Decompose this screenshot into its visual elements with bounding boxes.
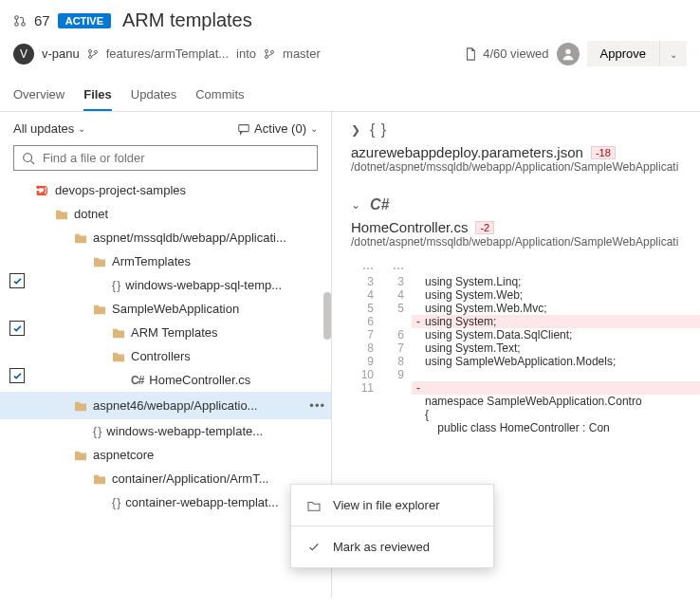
more-button[interactable]: ••• [304, 397, 331, 415]
status-badge: ACTIVE [58, 13, 111, 28]
file-name: HomeController.cs [351, 219, 468, 235]
tree-label: dotnet [74, 207, 108, 221]
svg-point-1 [15, 22, 19, 26]
menu-label: View in file explorer [333, 498, 439, 512]
user-icon[interactable] [557, 43, 580, 65]
tree-file[interactable]: { } windows-webapp-template... [0, 419, 331, 443]
approve-button[interactable]: Approve [587, 41, 659, 66]
search-box[interactable] [13, 145, 318, 171]
folder-icon [112, 351, 125, 362]
braces-icon: { } [112, 279, 120, 292]
tree-folder[interactable]: aspnet/mssqldb/webapp/Applicati... [0, 226, 331, 249]
source-branch[interactable]: features/armTemplat... [106, 46, 229, 61]
tab-overview[interactable]: Overview [13, 80, 64, 111]
avatar: V [13, 44, 34, 65]
tab-updates[interactable]: Updates [131, 80, 176, 111]
diff-badge: -2 [475, 221, 494, 234]
tree-folder[interactable]: SampleWebApplication [0, 297, 331, 321]
folder-icon [74, 450, 87, 461]
folder-icon [55, 209, 68, 220]
context-menu: View in file explorer Mark as reviewed [290, 484, 494, 568]
pull-request-icon [13, 14, 27, 28]
viewed-counter: 4/60 viewed [464, 46, 548, 61]
tree-folder[interactable]: ARM Templates [0, 321, 331, 344]
tree-label: container/Application/ArmT... [112, 471, 268, 486]
pr-number: 67 [34, 12, 50, 28]
username: v-panu [42, 46, 80, 61]
approve-dropdown[interactable]: ⌄ [659, 41, 687, 66]
file-icon [464, 47, 477, 61]
svg-point-6 [266, 49, 268, 52]
expand-icon[interactable]: ❯ [351, 123, 360, 137]
tree-file[interactable]: { } windows-webapp-sql-temp... [0, 273, 331, 297]
reviewed-checkbox[interactable] [9, 273, 25, 288]
tree-label: aspnet/mssqldb/webapp/Applicati... [93, 231, 286, 245]
folder-icon [74, 232, 87, 244]
tree-label: aspnetcore [93, 448, 154, 462]
menu-mark-reviewed[interactable]: Mark as reviewed [291, 526, 493, 567]
tab-commits[interactable]: Commits [195, 80, 244, 111]
svg-point-3 [88, 49, 91, 52]
updates-filter[interactable]: All updates ⌄ [13, 121, 85, 136]
target-branch[interactable]: master [283, 46, 321, 61]
menu-label: Mark as reviewed [333, 540, 430, 554]
branch-icon [264, 48, 275, 60]
file-tree: devops-project-samples dotnet aspnet/mss… [0, 178, 331, 598]
file-path: /dotnet/aspnet/mssqldb/webapp/Applicatio… [351, 160, 700, 174]
svg-point-5 [94, 50, 97, 53]
menu-view-explorer[interactable]: View in file explorer [291, 485, 493, 526]
svg-point-8 [271, 50, 274, 53]
chevron-down-icon: ⌄ [78, 123, 85, 134]
check-icon [306, 541, 322, 554]
svg-point-2 [22, 22, 26, 26]
branch-icon [87, 48, 99, 60]
braces-icon: { } [93, 425, 101, 438]
svg-point-0 [15, 15, 19, 19]
tree-folder[interactable]: aspnet46/webapp/Applicatio... ••• [0, 392, 331, 419]
svg-point-9 [565, 48, 570, 53]
tree-folder[interactable]: ArmTemplates [0, 249, 331, 273]
tree-folder[interactable]: Controllers [0, 344, 331, 368]
tree-label: ArmTemplates [112, 254, 191, 268]
tree-label: devops-project-samples [55, 183, 186, 197]
scrollbar[interactable] [323, 292, 331, 340]
folder-icon [93, 304, 106, 315]
reviewed-checkbox[interactable] [9, 321, 25, 336]
viewed-text: 4/60 viewed [483, 46, 548, 61]
tree-folder[interactable]: container/Application/ArmT... [0, 467, 331, 490]
diff-badge: -18 [591, 146, 616, 159]
folder-icon [93, 256, 106, 268]
search-icon [22, 152, 35, 165]
reviewed-checkbox[interactable] [9, 368, 25, 383]
updates-filter-label: All updates [13, 121, 74, 136]
comment-icon [237, 122, 250, 136]
tree-file[interactable]: C# HomeController.cs [0, 368, 331, 392]
tree-root[interactable]: devops-project-samples [0, 178, 331, 202]
csharp-icon: C# [370, 196, 389, 213]
tree-label: Controllers [131, 349, 191, 363]
into-label: into [236, 46, 256, 61]
tree-label: aspnet46/webapp/Applicatio... [93, 398, 257, 413]
csharp-icon: C# [131, 374, 143, 387]
tree-folder[interactable]: dotnet [0, 202, 331, 226]
tree-label: container-webapp-templat... [125, 495, 278, 509]
tree-file[interactable]: { } container-webapp-templat... [0, 490, 331, 514]
chevron-down-icon: ⌄ [670, 49, 677, 60]
folder-icon [112, 327, 125, 339]
tree-label: HomeController.cs [149, 373, 250, 387]
comments-filter[interactable]: Active (0) ⌄ [237, 121, 318, 136]
tree-label: SampleWebApplication [112, 302, 239, 316]
svg-rect-10 [239, 124, 249, 131]
tree-label: ARM Templates [131, 325, 218, 340]
file-path: /dotnet/aspnet/mssqldb/webapp/Applicatio… [351, 235, 700, 249]
tree-folder[interactable]: aspnetcore [0, 443, 331, 467]
chevron-down-icon: ⌄ [310, 123, 318, 134]
folder-icon [93, 473, 106, 485]
search-input[interactable] [43, 151, 309, 165]
file-name: azurewebappdeploy.parameters.json [351, 144, 583, 160]
folder-icon [74, 400, 87, 412]
tab-files[interactable]: Files [83, 80, 112, 111]
collapse-icon[interactable]: ⌄ [351, 198, 360, 212]
svg-point-11 [24, 153, 32, 161]
braces-icon: { } [370, 121, 387, 138]
